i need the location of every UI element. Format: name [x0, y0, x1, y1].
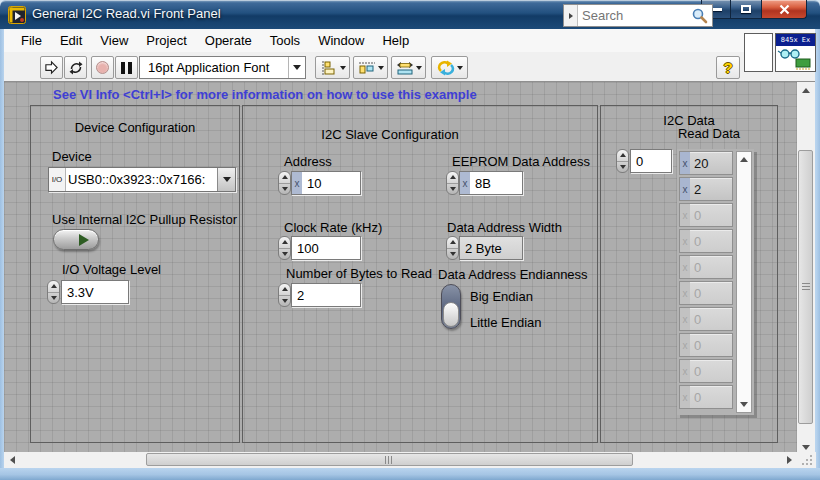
array-element-5: x 0	[679, 281, 733, 305]
close-button[interactable]	[761, 0, 807, 19]
menu-edit[interactable]: Edit	[51, 29, 91, 52]
distribute-objects-button[interactable]	[353, 56, 388, 79]
search-input[interactable]	[578, 8, 691, 23]
endianness-option-big: Big Endian	[470, 289, 533, 304]
vi-icon[interactable]: 845x Ex	[775, 33, 816, 72]
abort-icon	[96, 61, 109, 74]
window-border-bottom	[0, 468, 820, 480]
scroll-down-button[interactable]	[737, 397, 751, 412]
help-icon: ?	[723, 59, 732, 76]
device-selector[interactable]: I/O USB0::0x3923::0x7166:	[48, 167, 236, 192]
decrement-button[interactable]	[617, 162, 628, 173]
clock-rate-field[interactable]: 100	[291, 236, 361, 260]
maximize-button[interactable]	[731, 0, 761, 19]
pause-icon	[121, 62, 132, 74]
increment-button[interactable]	[617, 150, 628, 162]
font-selector-value: 16pt Application Font	[140, 60, 288, 75]
address-width-spinner	[446, 236, 459, 260]
decrement-button[interactable]	[48, 293, 59, 304]
search-expand-button[interactable]	[564, 5, 578, 26]
menu-project[interactable]: Project	[137, 29, 195, 52]
context-help-button[interactable]: ?	[716, 56, 740, 79]
menu-tools[interactable]: Tools	[261, 29, 309, 52]
horizontal-scrollbar[interactable]	[4, 452, 797, 468]
voltage-field[interactable]: 3.3V	[61, 280, 129, 304]
io-resource-icon: I/O	[49, 168, 66, 191]
reorder-objects-button[interactable]	[431, 56, 468, 79]
address-width-ring[interactable]: 2 Byte	[459, 236, 523, 260]
array-scrollbar[interactable]	[736, 151, 752, 413]
abort-button[interactable]	[91, 56, 114, 79]
hex-radix-indicator[interactable]: x	[292, 172, 302, 194]
window-title: General I2C Read.vi Front Panel	[32, 0, 221, 29]
increment-button[interactable]	[279, 284, 290, 296]
increment-button[interactable]	[279, 172, 290, 184]
run-icon	[44, 60, 59, 75]
increment-button[interactable]	[48, 281, 59, 293]
menu-file[interactable]: File	[12, 29, 51, 52]
array-element-value: 2	[690, 178, 732, 200]
scroll-left-button[interactable]	[4, 452, 20, 468]
switch-knob[interactable]	[443, 302, 459, 327]
align-objects-button[interactable]	[315, 56, 350, 79]
scroll-right-button[interactable]	[781, 452, 797, 468]
array-index-field[interactable]: 0	[630, 149, 672, 173]
hex-radix-indicator[interactable]: x	[460, 172, 470, 194]
menu-operate[interactable]: Operate	[196, 29, 261, 52]
resize-objects-button[interactable]	[391, 56, 426, 79]
decrement-button[interactable]	[279, 249, 290, 260]
pause-button[interactable]	[115, 56, 138, 79]
font-selector[interactable]: 16pt Application Font	[139, 56, 306, 79]
vertical-scrollbar[interactable]	[797, 82, 815, 455]
clock-rate-spinner	[278, 236, 291, 260]
search-icon	[691, 7, 709, 25]
device-selector-dropdown[interactable]	[217, 168, 235, 191]
array-element-value: 0	[690, 360, 732, 382]
bytes-to-read-value: 2	[292, 288, 304, 303]
arrow-left-icon	[10, 456, 15, 464]
address-value: 10	[302, 176, 321, 191]
font-selector-dropdown[interactable]	[288, 57, 305, 78]
pullup-toggle-button[interactable]	[53, 229, 99, 250]
menu-view[interactable]: View	[91, 29, 137, 52]
hex-radix-indicator: x	[680, 178, 690, 200]
decrement-button[interactable]	[447, 184, 458, 195]
scroll-up-button[interactable]	[737, 152, 751, 167]
increment-button[interactable]	[447, 172, 458, 184]
decrement-button[interactable]	[279, 184, 290, 195]
voltage-value: 3.3V	[62, 285, 94, 300]
reorder-icon	[437, 60, 455, 76]
vertical-scroll-thumb[interactable]	[798, 150, 813, 424]
address-field[interactable]: x 10	[291, 171, 361, 195]
arrow-down-icon	[740, 402, 748, 407]
increment-button[interactable]	[447, 237, 458, 249]
bytes-to-read-spinner	[278, 283, 291, 307]
decrement-button[interactable]	[279, 296, 290, 307]
labview-front-panel-window: General I2C Read.vi Front Panel File Edi…	[0, 0, 820, 480]
vi-info-banner: See VI Info <Ctrl+I> for more informatio…	[53, 87, 477, 102]
device-selector-value: USB0::0x3923::0x7166:	[66, 172, 217, 187]
hex-radix-indicator: x	[680, 308, 690, 330]
connector-pane-box[interactable]	[744, 33, 773, 72]
eeprom-address-field[interactable]: x 8B	[459, 171, 523, 195]
run-button[interactable]	[40, 56, 63, 79]
increment-button[interactable]	[279, 237, 290, 249]
slave-config-title: I2C Slave Configuration	[260, 127, 520, 142]
bytes-to-read-field[interactable]: 2	[291, 283, 361, 307]
clock-rate-label: Clock Rate (kHz)	[284, 220, 382, 235]
run-continuously-button[interactable]	[64, 56, 87, 79]
scroll-up-button[interactable]	[797, 82, 815, 98]
decrement-button[interactable]	[447, 249, 458, 260]
window-controls	[701, 0, 807, 19]
chevron-down-icon	[340, 66, 346, 70]
arrow-up-icon	[740, 157, 748, 162]
chevron-down-icon	[416, 66, 422, 70]
resize-grip[interactable]	[797, 452, 816, 468]
horizontal-scroll-thumb[interactable]	[146, 453, 633, 466]
endianness-switch[interactable]	[441, 284, 461, 329]
menu-window[interactable]: Window	[309, 29, 373, 52]
menu-help[interactable]: Help	[373, 29, 418, 52]
array-element-7: x 0	[679, 333, 733, 357]
close-icon	[779, 4, 790, 15]
array-element-4: x 0	[679, 255, 733, 279]
